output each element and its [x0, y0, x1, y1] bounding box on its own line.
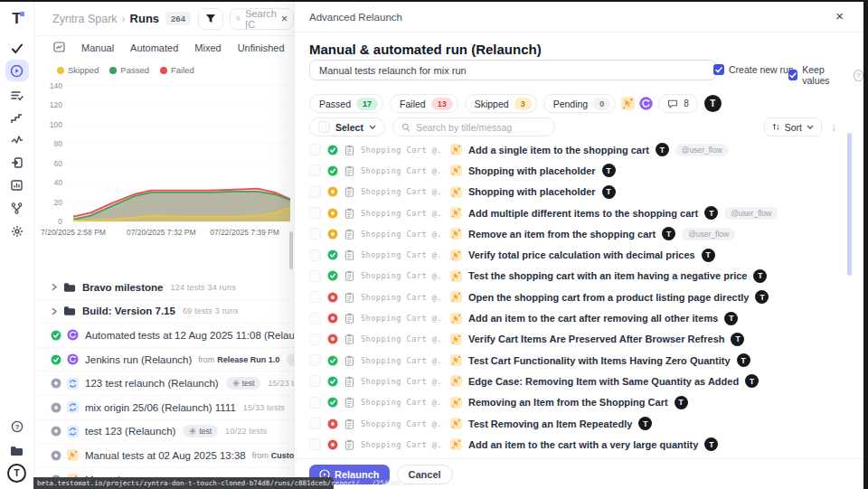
test-row[interactable]: Shopping Cart @... Test Cart Functionali…	[309, 350, 833, 371]
milestone-title[interactable]: Bravo milestone	[82, 282, 163, 293]
select-all-checkbox[interactable]	[318, 121, 330, 133]
run-row[interactable]: test 123 (Relaunch) test 10/22 tests	[33, 419, 294, 444]
sidebar-item-steps[interactable]	[0, 108, 33, 129]
comments-filter[interactable]: 8	[658, 94, 698, 113]
sidebar-item-settings[interactable]	[0, 221, 33, 242]
test-checkbox[interactable]	[309, 313, 321, 324]
sidebar-profile[interactable]: T	[0, 462, 33, 484]
test-checkbox[interactable]	[309, 334, 321, 345]
chart-toggle-icon[interactable]	[53, 40, 65, 56]
tab-unfinished[interactable]: Unfinished	[230, 42, 293, 53]
test-row[interactable]: Shopping Cart @... Shopping with placeho…	[309, 182, 833, 202]
test-row[interactable]: Shopping Cart @... Edge Case: Removing I…	[309, 371, 833, 391]
filter-button[interactable]	[198, 8, 223, 30]
create-new-run-checkbox[interactable]: Create new run	[713, 64, 794, 75]
test-title[interactable]: Remove an item from the shopping cart	[468, 229, 656, 240]
tests-search-input[interactable]: Search by title/messag	[392, 118, 555, 136]
test-title[interactable]: Test Removing an Item Repeatedly	[468, 418, 632, 429]
test-title[interactable]: Removing an Item from the Shopping Cart	[468, 397, 668, 408]
keep-values-checkbox[interactable]: Keep values ?	[788, 64, 863, 86]
test-checkbox[interactable]	[309, 270, 321, 282]
run-title[interactable]: test 123 (Relaunch)	[85, 426, 175, 437]
test-row[interactable]: Shopping Cart @... Verify Cart Items Are…	[309, 329, 833, 350]
sort-button[interactable]: Sort	[764, 118, 822, 136]
test-row[interactable]: Shopping Cart @... Verify total price ca…	[309, 244, 833, 265]
test-checkbox[interactable]	[309, 375, 321, 387]
test-title[interactable]: Add an item to the cart after removing a…	[468, 313, 718, 324]
run-row[interactable]: 123 test relaunch (Relaunch) test 15/23 …	[33, 371, 294, 395]
main-scrollbar[interactable]	[289, 231, 293, 269]
run-title[interactable]: Jenkins run (Relaunch)	[85, 354, 192, 365]
test-checkbox[interactable]	[309, 228, 321, 240]
test-title[interactable]: Edge Case: Removing Item with Same Quant…	[468, 376, 739, 387]
filter-chip-pending[interactable]: Pending 0	[543, 94, 617, 113]
test-row[interactable]: Shopping Cart @... Open the shopping car…	[309, 287, 833, 307]
sidebar-item-projects[interactable]	[0, 440, 33, 462]
test-title[interactable]: Test Cart Functionality with Items Havin…	[468, 355, 731, 366]
filter-chip-failed[interactable]: Failed 13	[390, 94, 458, 113]
filter-chip-skipped[interactable]: Skipped 3	[465, 94, 537, 113]
run-title[interactable]: 123 test relaunch (Relaunch)	[85, 378, 219, 389]
test-checkbox[interactable]	[309, 249, 321, 261]
runs-search-input[interactable]: Search [C ×	[230, 8, 294, 30]
test-row[interactable]: Shopping Cart @... Test the shopping car…	[309, 266, 833, 287]
test-checkbox[interactable]	[309, 291, 321, 303]
test-row[interactable]: Shopping Cart @... Remove an item from t…	[309, 223, 833, 244]
close-icon[interactable]: ×	[835, 8, 844, 24]
test-title[interactable]: Add an item to the cart with a very larg…	[468, 439, 698, 450]
test-checkbox[interactable]	[309, 186, 321, 198]
test-checkbox[interactable]	[309, 207, 321, 219]
test-checkbox[interactable]	[309, 354, 321, 366]
sidebar-item-help[interactable]: ?	[0, 416, 33, 437]
milestone-title[interactable]: Build: Version 7.15	[82, 306, 175, 316]
manual-type-filter[interactable]	[622, 98, 634, 109]
app-logo[interactable]: T	[0, 7, 33, 29]
run-row[interactable]: Automated tests at 12 Aug 2025 11:08 (Re…	[33, 323, 294, 347]
run-title[interactable]: Automated tests at 12 Aug 2025 11:08 (Re…	[85, 330, 294, 341]
sidebar-item-analytics[interactable]	[0, 129, 33, 151]
legend-item[interactable]: Failed	[160, 65, 194, 75]
assignee-filter-avatar[interactable]: T	[704, 95, 722, 112]
milestone-row[interactable]: Bravo milestone 124 tests 34 runs	[33, 276, 294, 299]
legend-item[interactable]: Passed	[109, 65, 149, 75]
test-checkbox[interactable]	[309, 144, 321, 155]
test-title[interactable]: Add a single item to the shopping cart	[468, 145, 649, 155]
test-title[interactable]: Add multiple different items to the shop…	[468, 208, 698, 219]
test-title[interactable]: Shopping with placeholder	[468, 165, 596, 176]
expand-chevron-icon[interactable]	[51, 283, 58, 291]
breadcrumb-project[interactable]: Zyntra Spark	[52, 13, 118, 25]
run-row[interactable]: Manual tests at 02 Aug 2025 13:38 from C…	[33, 443, 294, 467]
sidebar-item-branches[interactable]	[0, 197, 33, 219]
legend-item[interactable]: Skipped	[57, 65, 99, 75]
download-arrow-icon[interactable]: ↓	[831, 121, 836, 134]
test-checkbox[interactable]	[309, 397, 321, 409]
run-title[interactable]: Manual tests at 02 Aug 2025 13:38	[85, 450, 246, 461]
run-name-input[interactable]	[309, 60, 716, 80]
test-title[interactable]: Verify total price calculation with deci…	[468, 249, 695, 260]
test-row[interactable]: Shopping Cart @... Add an item to the ca…	[309, 434, 833, 455]
test-title[interactable]: Test the shopping cart with an item havi…	[468, 270, 747, 281]
breadcrumb-page[interactable]: Runs	[130, 12, 160, 25]
test-checkbox[interactable]	[309, 418, 321, 429]
test-row[interactable]: Shopping Cart @... Add multiple differen…	[309, 202, 833, 223]
tab-automated[interactable]: Automated	[122, 42, 186, 53]
panel-scrollbar[interactable]	[847, 133, 852, 276]
sidebar-item-runs[interactable]	[0, 60, 33, 81]
filter-chip-passed[interactable]: Passed 17	[309, 94, 383, 113]
sidebar-item-reports[interactable]	[0, 174, 33, 196]
sidebar-item-import[interactable]	[0, 152, 33, 174]
test-row[interactable]: Shopping Cart @... Test Removing an Item…	[309, 413, 833, 434]
test-title[interactable]: Shopping with placeholder	[468, 186, 596, 197]
test-row[interactable]: Shopping Cart @... Shopping with placeho…	[309, 160, 833, 181]
test-title[interactable]: Verify Cart Items Are Preserved After Br…	[468, 334, 724, 344]
test-checkbox[interactable]	[309, 165, 321, 176]
sidebar-item-tests[interactable]	[0, 38, 33, 60]
run-title[interactable]: mix origin 25/06 (Relaunch) 1111	[85, 402, 236, 413]
run-row[interactable]: Jenkins run (Relaunch) from Release Run …	[33, 347, 294, 371]
test-title[interactable]: Open the shopping cart from a product li…	[468, 292, 749, 303]
run-row[interactable]: mix origin 25/06 (Relaunch) 1111 15/33 t…	[33, 395, 294, 419]
test-row[interactable]: Shopping Cart @... Add an item to the ca…	[309, 307, 833, 328]
expand-chevron-icon[interactable]	[51, 307, 58, 315]
test-row[interactable]: Shopping Cart @... Removing an Item from…	[309, 392, 833, 413]
test-row[interactable]: Shopping Cart @... Add a single item to …	[309, 139, 833, 160]
